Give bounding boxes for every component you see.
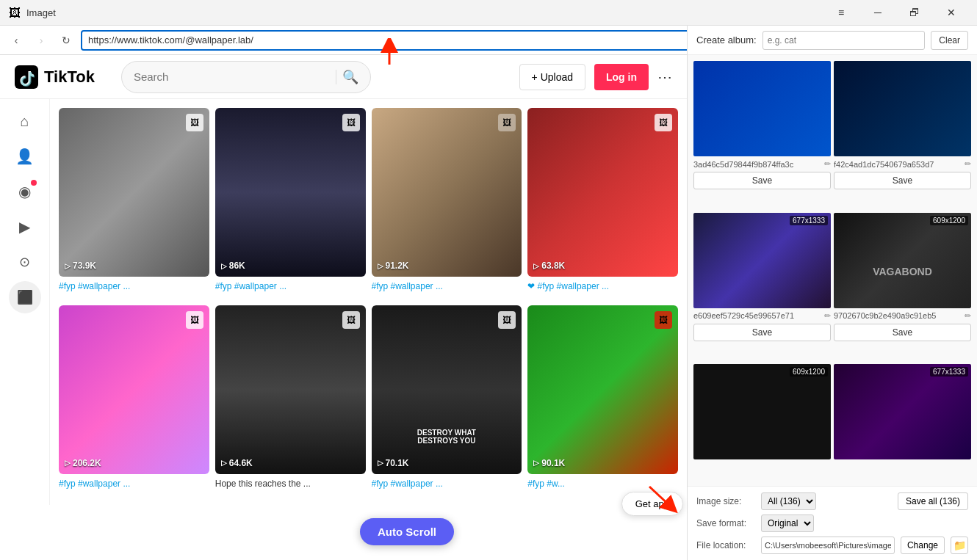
image-thumb[interactable]: 677x1333 xyxy=(834,364,971,459)
play-icon: ▷ xyxy=(378,459,383,467)
back-button[interactable]: ‹ xyxy=(6,30,26,51)
get-app-button[interactable]: Get app xyxy=(621,492,683,516)
refresh-button[interactable]: ↻ xyxy=(56,30,76,51)
sidebar-saved[interactable]: ⬛ xyxy=(9,281,41,313)
video-thumbnail[interactable]: 🖼 ▷ 64.6K xyxy=(215,305,366,474)
nav-actions: + Upload Log in ⋯ xyxy=(519,64,672,90)
image-cell: 677x1333 ✏ Save xyxy=(693,213,831,362)
view-count: 70.1K xyxy=(386,458,409,468)
video-card[interactable]: 🖼 DESTROY WHATDESTROYS YOU ▷ 70.1K #fyp … xyxy=(372,305,522,497)
sidebar-home[interactable]: ⌂ xyxy=(9,105,41,137)
save-image-button[interactable]: Save xyxy=(693,172,831,189)
video-card[interactable]: 🖼 ▷ 73.9K #fyp #wallpaper ... xyxy=(59,108,209,299)
video-thumbnail[interactable]: 🖼 DESTROY WHATDESTROYS YOU ▷ 70.1K xyxy=(372,305,522,474)
panel-footer: Image size: All (136) Large Medium Small… xyxy=(688,486,977,560)
image-cell: ✏ Save xyxy=(693,61,831,210)
image-thumb[interactable]: 609x1200 VAGABOND xyxy=(834,213,971,308)
search-input[interactable] xyxy=(134,70,330,83)
dimension-badge: 677x1333 xyxy=(930,367,968,377)
image-name-row: ✏ xyxy=(834,159,971,169)
dimension-badge: 609x1200 xyxy=(930,216,968,225)
close-button[interactable]: ✕ xyxy=(934,0,968,26)
tiktok-logo[interactable]: TikTok xyxy=(15,65,95,89)
tiktok-icon xyxy=(15,65,38,89)
video-card[interactable]: 🖼 ▷ 90.1K #fyp #w... xyxy=(527,305,678,497)
create-album-input[interactable] xyxy=(763,31,926,50)
change-button[interactable]: Change xyxy=(901,537,945,554)
image-name-input[interactable] xyxy=(834,160,962,169)
save-icon[interactable]: 🖼 xyxy=(655,114,672,131)
save-image-button[interactable]: Save xyxy=(693,324,831,341)
video-thumbnail[interactable]: 🖼 ▷ 73.9K xyxy=(59,108,209,277)
image-name-input[interactable] xyxy=(693,311,821,320)
maximize-button[interactable]: 🗗 xyxy=(898,0,931,26)
video-card[interactable]: 🖼 ▷ 91.2K #fyp #wallpaper ... xyxy=(372,108,522,299)
image-thumb[interactable] xyxy=(693,61,831,156)
sidebar-following[interactable]: 👤 xyxy=(9,140,41,172)
image-size-label: Image size: xyxy=(696,496,755,506)
forward-button[interactable]: › xyxy=(31,30,51,51)
edit-icon[interactable]: ✏ xyxy=(824,159,831,169)
save-format-select[interactable]: Original PNG JPG WebP xyxy=(761,514,814,532)
sidebar-live[interactable]: ▶ xyxy=(9,211,41,243)
video-thumbnail[interactable]: 🖼 ▷ 63.8K xyxy=(527,108,678,277)
clear-button[interactable]: Clear xyxy=(931,31,968,50)
image-cell: 677x1333 xyxy=(834,364,971,480)
save-image-button[interactable]: Save xyxy=(834,172,971,189)
edit-icon[interactable]: ✏ xyxy=(965,311,971,321)
video-stats: ▷ 206.2K xyxy=(65,458,101,468)
auto-scroll-button[interactable]: Auto Scroll xyxy=(360,518,454,545)
edit-icon[interactable]: ✏ xyxy=(965,159,971,169)
image-name-input[interactable] xyxy=(693,160,821,169)
image-name-row: ✏ xyxy=(834,311,971,321)
video-description: ❤ #fyp #wallpaper ... xyxy=(527,281,678,291)
sidebar-profile[interactable]: ⊙ xyxy=(9,246,41,278)
play-icon: ▷ xyxy=(533,459,539,467)
sidebar-explore[interactable]: ◉ xyxy=(9,175,41,208)
video-card[interactable]: 🖼 ▷ 86K #fyp #wallpaper ... xyxy=(215,108,366,299)
search-bar[interactable]: 🔍 xyxy=(121,61,371,93)
folder-button[interactable]: 📁 xyxy=(951,537,968,554)
save-icon[interactable]: 🖼 xyxy=(342,114,360,131)
search-divider xyxy=(336,70,336,84)
video-thumbnail[interactable]: 🖼 ▷ 90.1K xyxy=(527,305,678,474)
view-count: 91.2K xyxy=(386,261,409,271)
upload-button[interactable]: + Upload xyxy=(519,64,585,90)
search-icon[interactable]: 🔍 xyxy=(342,69,358,85)
save-icon[interactable]: 🖼 xyxy=(498,311,516,329)
save-icon[interactable]: 🖼 xyxy=(655,311,672,329)
view-count: 64.6K xyxy=(229,458,253,468)
minimize-button[interactable]: ─ xyxy=(861,0,895,26)
image-cell: 609x1200 xyxy=(693,364,831,480)
save-icon[interactable]: 🖼 xyxy=(186,114,203,131)
video-card[interactable]: 🖼 ▷ 206.2K #fyp #wallpaper ... xyxy=(59,305,209,497)
image-thumb[interactable]: 677x1333 xyxy=(693,213,831,308)
save-image-button[interactable]: Save xyxy=(834,324,971,341)
image-thumb[interactable] xyxy=(834,61,971,156)
edit-icon[interactable]: ✏ xyxy=(824,311,831,321)
more-button[interactable]: ⋯ xyxy=(657,68,672,86)
login-button[interactable]: Log in xyxy=(594,64,649,90)
image-thumb[interactable]: 609x1200 xyxy=(693,364,831,459)
image-size-select[interactable]: All (136) Large Medium Small xyxy=(761,492,816,510)
view-count: 90.1K xyxy=(541,458,565,468)
video-card[interactable]: 🖼 ▷ 64.6K Hope this reaches the ... xyxy=(215,305,366,497)
save-icon[interactable]: 🖼 xyxy=(186,311,203,329)
create-album-label: Create album: xyxy=(696,34,757,46)
save-icon[interactable]: 🖼 xyxy=(498,114,516,131)
video-description: #fyp #wallpaper ... xyxy=(215,281,366,291)
video-thumbnail[interactable]: 🖼 ▷ 86K xyxy=(215,108,366,277)
image-name-input[interactable] xyxy=(834,311,962,320)
video-thumbnail[interactable]: 🖼 ▷ 91.2K xyxy=(372,108,522,277)
video-description: #fyp #w... xyxy=(527,479,678,489)
video-description: #fyp #wallpaper ... xyxy=(372,479,522,489)
file-location-input[interactable] xyxy=(761,537,895,554)
video-description: Hope this reaches the ... xyxy=(215,479,366,489)
file-location-label: File location: xyxy=(696,540,755,550)
video-thumbnail[interactable]: 🖼 ▷ 206.2K xyxy=(59,305,209,474)
save-icon[interactable]: 🖼 xyxy=(342,311,360,329)
window-controls: ≡ ─ 🗗 ✕ xyxy=(824,0,968,26)
video-card[interactable]: 🖼 ▷ 63.8K ❤ #fyp #wallpaper ... xyxy=(527,108,678,299)
save-all-button[interactable]: Save all (136) xyxy=(898,492,968,510)
menu-button[interactable]: ≡ xyxy=(824,0,858,26)
